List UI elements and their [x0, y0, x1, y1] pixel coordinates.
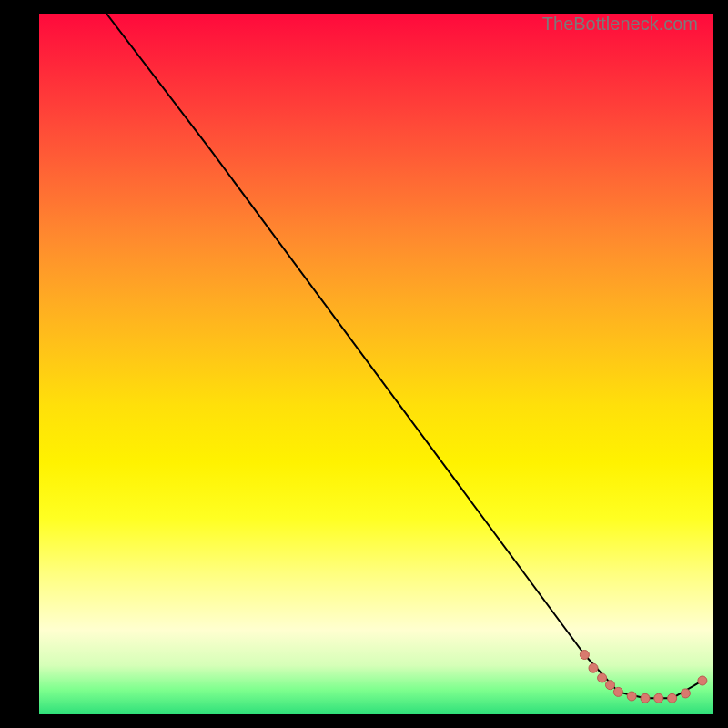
marker-point: [606, 681, 615, 690]
marker-point: [668, 693, 677, 703]
marker-point: [589, 663, 598, 672]
marker-point: [641, 693, 650, 703]
marker-point: [627, 692, 636, 701]
watermark-text: TheBottleneck.com: [542, 14, 698, 35]
marker-point: [681, 689, 690, 698]
line-overlay: [39, 14, 713, 714]
marker-point: [654, 693, 663, 703]
marker-point: [580, 651, 589, 660]
plot-area: TheBottleneck.com: [39, 14, 713, 714]
marker-point: [598, 673, 607, 682]
marker-group: [580, 651, 707, 703]
chart-frame: TheBottleneck.com: [0, 0, 728, 728]
series-curve: [106, 14, 703, 698]
marker-point: [698, 676, 707, 685]
marker-point: [613, 687, 622, 696]
